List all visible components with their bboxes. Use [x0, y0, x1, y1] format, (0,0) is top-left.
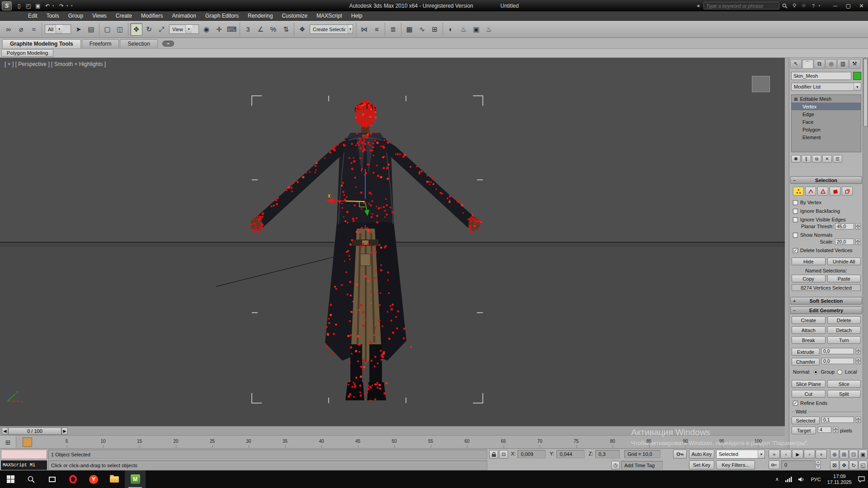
rollout-soft-selection[interactable]: + Soft Selection — [790, 297, 862, 305]
scale-input[interactable]: 20,0 — [835, 239, 854, 245]
stack-item-editable-mesh[interactable]: ▦ Editable Mesh — [792, 95, 861, 103]
normal-local-radio[interactable] — [837, 370, 842, 375]
create-button[interactable]: Create — [792, 316, 826, 324]
track-bar[interactable]: ⊞ 51015202530354045505560657075808590951… — [0, 435, 785, 448]
selection-lock-icon[interactable] — [489, 450, 498, 459]
help-dropdown-icon[interactable]: ▾ — [819, 4, 823, 8]
zoom-all-icon[interactable]: ⊞ — [840, 450, 849, 459]
weld-target-input[interactable]: 4 — [818, 427, 831, 433]
show-normals-checkbox[interactable]: Show Normals — [789, 232, 863, 238]
go-to-end-button[interactable]: » — [816, 450, 827, 459]
go-to-start-button[interactable]: « — [769, 450, 780, 459]
weld-threshold-input[interactable]: 0,1 — [821, 417, 854, 423]
zoom-extents-all-icon[interactable]: ▣ — [859, 450, 868, 459]
panel-tab-display[interactable]: ▥ — [837, 59, 849, 69]
normal-group-radio[interactable] — [813, 370, 818, 375]
named-selection-dropdown[interactable]: Create Selection Se ▼ — [310, 24, 353, 34]
play-button[interactable]: ▶ — [792, 450, 803, 459]
chamfer-spinner[interactable]: ▲▼ — [856, 358, 861, 364]
chamfer-input[interactable]: 0,0 — [821, 358, 854, 364]
ignore-visible-edges-checkbox[interactable]: Ignore Visible Edges — [789, 216, 863, 223]
current-frame-input[interactable]: 0 — [781, 460, 815, 469]
delete-button[interactable]: Delete — [827, 316, 861, 324]
auto-key-button[interactable]: Auto Key — [689, 450, 714, 459]
application-menu-button[interactable]: S — [2, 1, 12, 10]
vertex-mode-icon[interactable] — [793, 187, 804, 196]
edit-named-selections-icon[interactable]: ❖ — [296, 23, 308, 36]
slice-plane-button[interactable]: Slice Plane — [792, 380, 826, 388]
break-button[interactable]: Break — [792, 336, 826, 344]
configure-modifier-sets-icon[interactable]: ☰ — [833, 155, 842, 163]
weld-selected-button[interactable]: Selected — [792, 417, 820, 424]
remove-modifier-icon[interactable]: ✕ — [822, 155, 832, 163]
panel-tab-create[interactable]: ↖ — [790, 59, 802, 69]
time-slider-handle[interactable]: 0 / 100 — [8, 427, 61, 435]
3ds-max-taskbar-button[interactable]: M — [125, 470, 146, 488]
use-pivot-center-icon[interactable]: ◉ — [200, 23, 212, 36]
percent-snap-icon[interactable]: % — [267, 23, 279, 36]
menu-edit[interactable]: Edit — [24, 13, 42, 19]
select-and-link-icon[interactable]: ∞ — [2, 23, 14, 36]
face-mode-icon[interactable] — [817, 187, 828, 196]
new-file-icon[interactable]: ▯ — [14, 1, 24, 10]
yandex-taskbar-button[interactable]: Y — [83, 470, 104, 488]
key-mode-toggle-icon[interactable] — [769, 460, 780, 469]
weld-target-spinner[interactable]: ▲▼ — [833, 427, 838, 433]
rollout-selection[interactable]: − Selection — [790, 176, 862, 184]
orbit-icon[interactable]: ↻ — [849, 460, 858, 470]
extrude-input[interactable]: 0,0 — [821, 348, 854, 354]
file-explorer-button[interactable] — [104, 470, 125, 488]
subscription-center-icon[interactable]: ⚲ — [790, 2, 798, 10]
reference-coordinate-dropdown[interactable]: View ▼ — [169, 24, 199, 34]
opera-taskbar-button[interactable] — [62, 470, 83, 488]
snap-toggle-3d-icon[interactable]: 3 — [242, 23, 254, 36]
open-file-icon[interactable]: ◰ — [24, 1, 33, 10]
save-file-icon[interactable]: ▣ — [33, 1, 42, 10]
menu-animation[interactable]: Animation — [168, 13, 201, 19]
menu-maxscript[interactable]: MAXScript — [312, 13, 347, 19]
favorites-star-icon[interactable]: ☆ — [800, 2, 808, 10]
y-coord-input[interactable]: 0,044 — [557, 450, 585, 458]
cut-button[interactable]: Cut — [792, 390, 826, 398]
key-mode-dropdown[interactable]: Selected ▼ — [716, 450, 765, 459]
next-frame-arrow-icon[interactable]: ▶ — [61, 427, 68, 435]
zoom-icon[interactable]: ⊕ — [830, 450, 839, 459]
stack-item-edge[interactable]: Edge — [792, 110, 861, 118]
select-object-icon[interactable]: ➤ — [72, 23, 85, 36]
material-editor-icon[interactable]: ◐ — [445, 23, 457, 36]
current-frame-spinner[interactable]: ▲▼ — [816, 460, 821, 469]
curve-editor-icon[interactable]: ∿ — [416, 23, 428, 36]
polygon-mode-icon[interactable] — [830, 187, 840, 196]
menu-graph-editors[interactable]: Graph Editors — [201, 13, 243, 19]
edge-mode-icon[interactable] — [805, 187, 816, 196]
ribbon-minimize-icon[interactable]: ▪▾ — [162, 41, 174, 47]
slice-button[interactable]: Slice — [827, 380, 861, 388]
perspective-viewport[interactable]: [ + ] [ Perspective ] [ Smooth + Highlig… — [0, 58, 785, 426]
next-frame-button[interactable]: › — [804, 450, 815, 459]
delete-isolated-vertices-checkbox[interactable]: Delete Isolated Vertices — [789, 247, 863, 253]
menu-help[interactable]: Help — [347, 13, 367, 19]
panel-tab-hierarchy[interactable]: ⧉ — [814, 59, 825, 69]
unlink-selection-icon[interactable]: ⌀ — [15, 23, 27, 36]
select-and-move-icon[interactable]: ✥ — [130, 23, 142, 36]
modifier-list-dropdown[interactable]: Modifier List ▼ — [791, 83, 861, 91]
menu-tools[interactable]: Tools — [42, 13, 64, 19]
redo-dropdown-icon[interactable]: ▾ — [66, 1, 71, 10]
selection-region-icon[interactable]: ▢ — [101, 23, 113, 36]
stack-item-vertex[interactable]: Vertex — [792, 103, 861, 110]
menu-rendering[interactable]: Rendering — [243, 13, 277, 19]
refine-ends-checkbox[interactable]: Refine Ends — [789, 400, 863, 406]
object-color-swatch[interactable] — [853, 72, 861, 80]
keyboard-override-icon[interactable]: ⌨ — [226, 23, 238, 36]
ignore-backfacing-checkbox[interactable]: Ignore Backfacing — [789, 208, 863, 214]
macro-recorder-pane[interactable] — [1, 450, 47, 459]
track-ruler[interactable]: 5101520253035404550556065707580859095100 — [16, 436, 785, 449]
previous-frame-arrow-icon[interactable]: ◀ — [2, 427, 8, 435]
by-vertex-checkbox[interactable]: By Vertex — [789, 199, 863, 206]
copy-button[interactable]: Copy — [792, 275, 826, 282]
spinner-snap-icon[interactable]: ⇅ — [280, 23, 292, 36]
zoom-extents-icon[interactable]: ⊡ — [849, 450, 858, 459]
ribbon-tab-freeform[interactable]: Freeform — [82, 39, 119, 48]
set-keys-key-icon[interactable] — [673, 450, 687, 459]
menu-group[interactable]: Group — [64, 13, 88, 19]
